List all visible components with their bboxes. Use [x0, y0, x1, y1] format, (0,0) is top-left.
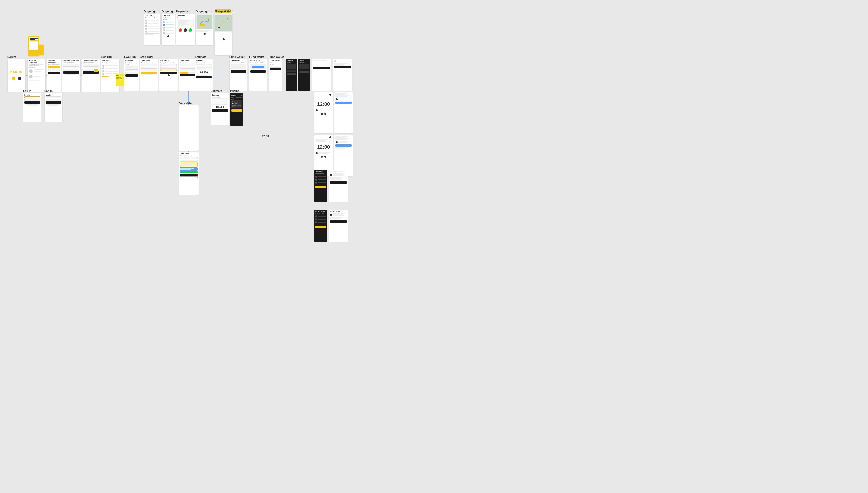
frame-get-rider-map: [179, 106, 199, 151]
frame-payment-dark-2: Top up account: [298, 59, 310, 91]
frame-misc-white-2: [333, 59, 352, 91]
frame-estimate-1: Estimate Recommended ₦3,900: [195, 59, 213, 91]
frame-pricing-dark: Pricing ✕ Spar Plus Estimate Maribins Ad…: [230, 93, 243, 126]
frame-ongoing-trip-2: Ewa Hub Good afternoon, Somari: [161, 14, 175, 46]
frame-phone-yellow: [28, 36, 39, 57]
frame-time-1: 12:00: [314, 92, 333, 134]
frame-light-bottom-1: Are you safe?: [329, 210, 348, 242]
label-fund-wallet-1: Fund wallet: [229, 56, 245, 58]
label-ewa-hub-1: Ewa Hub: [101, 56, 112, 58]
frame-log-in-2: Log in: [44, 93, 63, 122]
frame-onboard-3: Darum for businesses Verify your account: [62, 59, 81, 92]
frame-get-rider-2: Get a rider Pickup · Recommended: [159, 59, 178, 91]
svg-point-33: [227, 19, 228, 19]
svg-rect-26: [197, 15, 212, 29]
frame-ongoing-trip-3: [196, 14, 214, 46]
frame-onboard-2: Darum for businesses Verify your account: [47, 59, 61, 92]
label-fund-wallet-3: Fund wallet: [269, 56, 284, 58]
frame-requests: Requests Dayo ✕ ✓: [176, 14, 195, 46]
canvas: Ongoing trip Ongoing trip Requests Ongoi…: [0, 0, 868, 493]
label-get-rider-large: Get a rider: [179, 102, 192, 105]
label-ewa-hub-2: Ewa Hub: [124, 56, 136, 58]
frame-darum: DARUM: [7, 59, 26, 92]
frame-fund-wallet-2: Fund wallet You need at least ₦3,000: [249, 59, 267, 91]
label-completed-trip: Completed trip: [215, 10, 235, 13]
label-estimate-2: Estimate: [211, 89, 222, 92]
label-log-in-1: Log in: [23, 89, 31, 92]
frame-get-rider-bottom: Get a rider Pickup · Recommended: [179, 152, 199, 195]
frame-get-rider-3: Get a rider Pickup · Recommended: [179, 59, 197, 91]
label-log-in-2: Log in: [44, 89, 52, 92]
frame-log-in-1: Log in: [23, 93, 41, 122]
label-requests: Requests: [176, 10, 188, 13]
frame-misc-white-1: [312, 59, 331, 91]
svg-rect-29: [216, 15, 232, 31]
frame-dark-call: Call Savour Available options: [314, 170, 327, 202]
frame-fund-wallet-3: Fund wallet You need at least ₦3,000: [269, 59, 282, 91]
frame-onboard-1: Darum for businesses Send goods or add d…: [27, 59, 46, 92]
label-ongoing-trip-3: Ongoing trip: [196, 10, 212, 13]
frame-dark-bottom-1: Are you safe? Tell us if you're safe: [314, 210, 327, 242]
label-ongoing-trip-1: Ongoing trip: [143, 10, 160, 13]
frame-get-rider-1: Get a rider Pickup · Recommended: [140, 59, 158, 91]
frame-ongoing-trip-1: Ewa Hub Good afternoon, Somari: [143, 14, 161, 46]
svg-point-32: [219, 27, 220, 28]
sticky-note: Note Address entry form: [116, 73, 125, 86]
frame-fund-wallet-1: Fund wallet You have at least ₦3,000: [229, 59, 247, 91]
frame-time-2: [334, 92, 353, 134]
frame-onboard-4: Darum for businesses Setup your business: [82, 59, 100, 92]
frame-estimate-2: Estimate Recommended ₦3,900: [211, 93, 229, 125]
frame-misc-bottom: [329, 170, 348, 202]
label-pricing: Pricing: [230, 89, 239, 92]
label-estimate-1: Estimate: [195, 56, 206, 58]
frame-payment-dark-1: Payment gateway: [286, 59, 297, 91]
label-darum: Darum: [7, 56, 16, 58]
label-time-center: 12:00: [262, 135, 269, 138]
label-fund-wallet-2: Fund wallet: [249, 56, 264, 58]
frame-ewa-hub-2: Ewa Hub From office address, Somari: [124, 59, 139, 91]
frame-completed-trip: [215, 14, 232, 56]
svg-rect-28: [200, 24, 205, 26]
label-get-rider-1: Get a rider: [140, 56, 153, 58]
